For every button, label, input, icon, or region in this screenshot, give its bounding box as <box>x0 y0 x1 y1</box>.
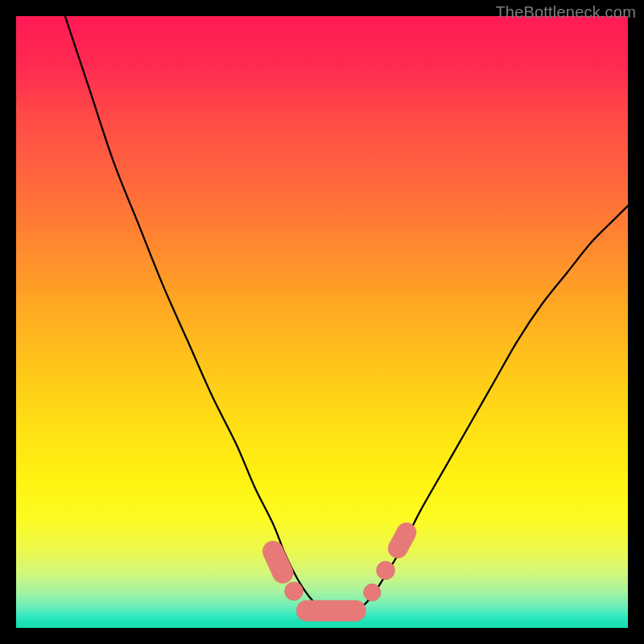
right-capsule <box>398 532 407 548</box>
right-upper-dot <box>377 561 395 580</box>
plot-area <box>16 16 628 628</box>
left-lower-dot <box>285 582 303 601</box>
bottleneck-curve-path <box>65 16 628 617</box>
right-lower-dot <box>364 584 381 601</box>
marker-group <box>273 532 407 610</box>
outer-frame: TheBottleneck.com <box>0 0 644 644</box>
chart-svg <box>16 16 628 628</box>
watermark-label: TheBottleneck.com <box>495 3 636 22</box>
left-upper-capsule <box>273 551 283 573</box>
bottleneck-curve <box>65 16 628 617</box>
